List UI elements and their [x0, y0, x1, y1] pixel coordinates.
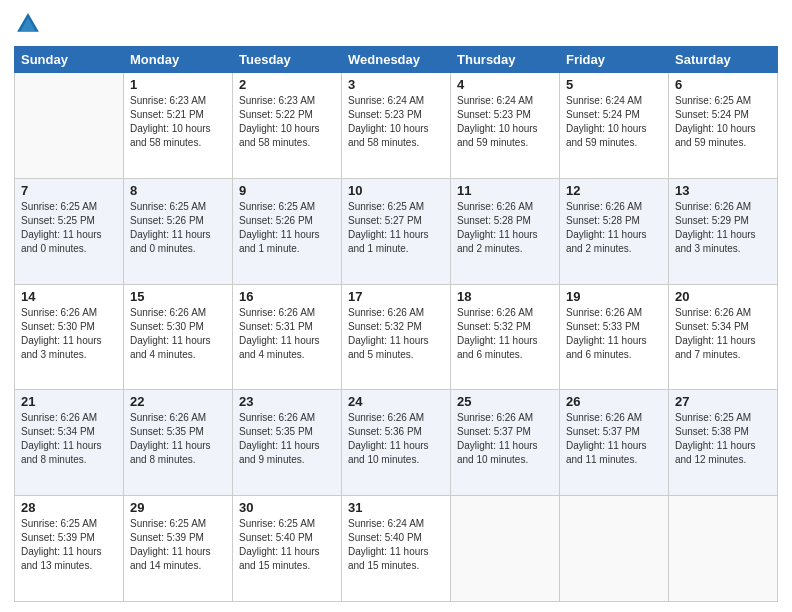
- day-info: Sunrise: 6:25 AM Sunset: 5:39 PM Dayligh…: [21, 517, 117, 573]
- day-info: Sunrise: 6:24 AM Sunset: 5:40 PM Dayligh…: [348, 517, 444, 573]
- day-number: 25: [457, 394, 553, 409]
- calendar-cell: [15, 73, 124, 179]
- calendar-header-row: SundayMondayTuesdayWednesdayThursdayFrid…: [15, 47, 778, 73]
- header-cell-wednesday: Wednesday: [342, 47, 451, 73]
- day-number: 30: [239, 500, 335, 515]
- day-number: 28: [21, 500, 117, 515]
- day-info: Sunrise: 6:26 AM Sunset: 5:35 PM Dayligh…: [239, 411, 335, 467]
- day-info: Sunrise: 6:26 AM Sunset: 5:28 PM Dayligh…: [566, 200, 662, 256]
- calendar-week-row: 1Sunrise: 6:23 AM Sunset: 5:21 PM Daylig…: [15, 73, 778, 179]
- calendar-cell: 9Sunrise: 6:25 AM Sunset: 5:26 PM Daylig…: [233, 178, 342, 284]
- calendar-cell: [451, 496, 560, 602]
- calendar-cell: 20Sunrise: 6:26 AM Sunset: 5:34 PM Dayli…: [669, 284, 778, 390]
- day-number: 23: [239, 394, 335, 409]
- day-info: Sunrise: 6:26 AM Sunset: 5:34 PM Dayligh…: [21, 411, 117, 467]
- calendar-cell: 23Sunrise: 6:26 AM Sunset: 5:35 PM Dayli…: [233, 390, 342, 496]
- calendar-cell: 16Sunrise: 6:26 AM Sunset: 5:31 PM Dayli…: [233, 284, 342, 390]
- calendar-cell: 14Sunrise: 6:26 AM Sunset: 5:30 PM Dayli…: [15, 284, 124, 390]
- calendar-cell: 6Sunrise: 6:25 AM Sunset: 5:24 PM Daylig…: [669, 73, 778, 179]
- day-info: Sunrise: 6:26 AM Sunset: 5:32 PM Dayligh…: [457, 306, 553, 362]
- calendar-cell: 30Sunrise: 6:25 AM Sunset: 5:40 PM Dayli…: [233, 496, 342, 602]
- day-number: 6: [675, 77, 771, 92]
- calendar-cell: 7Sunrise: 6:25 AM Sunset: 5:25 PM Daylig…: [15, 178, 124, 284]
- calendar-week-row: 14Sunrise: 6:26 AM Sunset: 5:30 PM Dayli…: [15, 284, 778, 390]
- calendar-cell: 27Sunrise: 6:25 AM Sunset: 5:38 PM Dayli…: [669, 390, 778, 496]
- day-info: Sunrise: 6:25 AM Sunset: 5:39 PM Dayligh…: [130, 517, 226, 573]
- day-number: 7: [21, 183, 117, 198]
- page: SundayMondayTuesdayWednesdayThursdayFrid…: [0, 0, 792, 612]
- calendar-cell: 10Sunrise: 6:25 AM Sunset: 5:27 PM Dayli…: [342, 178, 451, 284]
- day-number: 11: [457, 183, 553, 198]
- day-info: Sunrise: 6:23 AM Sunset: 5:22 PM Dayligh…: [239, 94, 335, 150]
- day-number: 18: [457, 289, 553, 304]
- calendar-cell: 28Sunrise: 6:25 AM Sunset: 5:39 PM Dayli…: [15, 496, 124, 602]
- day-number: 20: [675, 289, 771, 304]
- day-info: Sunrise: 6:25 AM Sunset: 5:24 PM Dayligh…: [675, 94, 771, 150]
- calendar-cell: 2Sunrise: 6:23 AM Sunset: 5:22 PM Daylig…: [233, 73, 342, 179]
- day-info: Sunrise: 6:25 AM Sunset: 5:27 PM Dayligh…: [348, 200, 444, 256]
- calendar-table: SundayMondayTuesdayWednesdayThursdayFrid…: [14, 46, 778, 602]
- logo: [14, 10, 46, 38]
- calendar-body: 1Sunrise: 6:23 AM Sunset: 5:21 PM Daylig…: [15, 73, 778, 602]
- header-cell-tuesday: Tuesday: [233, 47, 342, 73]
- calendar-cell: 19Sunrise: 6:26 AM Sunset: 5:33 PM Dayli…: [560, 284, 669, 390]
- day-info: Sunrise: 6:26 AM Sunset: 5:37 PM Dayligh…: [457, 411, 553, 467]
- header-cell-monday: Monday: [124, 47, 233, 73]
- day-info: Sunrise: 6:25 AM Sunset: 5:26 PM Dayligh…: [239, 200, 335, 256]
- calendar-cell: 5Sunrise: 6:24 AM Sunset: 5:24 PM Daylig…: [560, 73, 669, 179]
- day-number: 9: [239, 183, 335, 198]
- calendar-cell: 21Sunrise: 6:26 AM Sunset: 5:34 PM Dayli…: [15, 390, 124, 496]
- calendar-cell: 8Sunrise: 6:25 AM Sunset: 5:26 PM Daylig…: [124, 178, 233, 284]
- day-info: Sunrise: 6:24 AM Sunset: 5:23 PM Dayligh…: [457, 94, 553, 150]
- day-info: Sunrise: 6:26 AM Sunset: 5:37 PM Dayligh…: [566, 411, 662, 467]
- day-info: Sunrise: 6:24 AM Sunset: 5:23 PM Dayligh…: [348, 94, 444, 150]
- day-info: Sunrise: 6:26 AM Sunset: 5:34 PM Dayligh…: [675, 306, 771, 362]
- day-info: Sunrise: 6:26 AM Sunset: 5:30 PM Dayligh…: [21, 306, 117, 362]
- day-number: 1: [130, 77, 226, 92]
- day-number: 16: [239, 289, 335, 304]
- day-info: Sunrise: 6:25 AM Sunset: 5:38 PM Dayligh…: [675, 411, 771, 467]
- day-info: Sunrise: 6:26 AM Sunset: 5:31 PM Dayligh…: [239, 306, 335, 362]
- day-number: 12: [566, 183, 662, 198]
- day-info: Sunrise: 6:26 AM Sunset: 5:30 PM Dayligh…: [130, 306, 226, 362]
- calendar-cell: 18Sunrise: 6:26 AM Sunset: 5:32 PM Dayli…: [451, 284, 560, 390]
- day-number: 19: [566, 289, 662, 304]
- day-number: 15: [130, 289, 226, 304]
- header-cell-thursday: Thursday: [451, 47, 560, 73]
- calendar-cell: 11Sunrise: 6:26 AM Sunset: 5:28 PM Dayli…: [451, 178, 560, 284]
- calendar-week-row: 7Sunrise: 6:25 AM Sunset: 5:25 PM Daylig…: [15, 178, 778, 284]
- calendar-cell: 31Sunrise: 6:24 AM Sunset: 5:40 PM Dayli…: [342, 496, 451, 602]
- day-info: Sunrise: 6:26 AM Sunset: 5:35 PM Dayligh…: [130, 411, 226, 467]
- day-number: 13: [675, 183, 771, 198]
- calendar-cell: [560, 496, 669, 602]
- calendar-cell: 1Sunrise: 6:23 AM Sunset: 5:21 PM Daylig…: [124, 73, 233, 179]
- calendar-cell: 13Sunrise: 6:26 AM Sunset: 5:29 PM Dayli…: [669, 178, 778, 284]
- calendar-cell: 17Sunrise: 6:26 AM Sunset: 5:32 PM Dayli…: [342, 284, 451, 390]
- calendar-cell: 15Sunrise: 6:26 AM Sunset: 5:30 PM Dayli…: [124, 284, 233, 390]
- day-info: Sunrise: 6:25 AM Sunset: 5:40 PM Dayligh…: [239, 517, 335, 573]
- day-info: Sunrise: 6:26 AM Sunset: 5:28 PM Dayligh…: [457, 200, 553, 256]
- day-number: 10: [348, 183, 444, 198]
- day-number: 24: [348, 394, 444, 409]
- calendar-cell: 4Sunrise: 6:24 AM Sunset: 5:23 PM Daylig…: [451, 73, 560, 179]
- day-info: Sunrise: 6:25 AM Sunset: 5:25 PM Dayligh…: [21, 200, 117, 256]
- day-info: Sunrise: 6:26 AM Sunset: 5:29 PM Dayligh…: [675, 200, 771, 256]
- calendar-cell: 12Sunrise: 6:26 AM Sunset: 5:28 PM Dayli…: [560, 178, 669, 284]
- header-cell-sunday: Sunday: [15, 47, 124, 73]
- calendar-cell: 3Sunrise: 6:24 AM Sunset: 5:23 PM Daylig…: [342, 73, 451, 179]
- day-number: 21: [21, 394, 117, 409]
- calendar-cell: 24Sunrise: 6:26 AM Sunset: 5:36 PM Dayli…: [342, 390, 451, 496]
- day-number: 3: [348, 77, 444, 92]
- day-number: 22: [130, 394, 226, 409]
- calendar-week-row: 21Sunrise: 6:26 AM Sunset: 5:34 PM Dayli…: [15, 390, 778, 496]
- day-info: Sunrise: 6:26 AM Sunset: 5:36 PM Dayligh…: [348, 411, 444, 467]
- day-info: Sunrise: 6:26 AM Sunset: 5:32 PM Dayligh…: [348, 306, 444, 362]
- calendar-week-row: 28Sunrise: 6:25 AM Sunset: 5:39 PM Dayli…: [15, 496, 778, 602]
- day-number: 5: [566, 77, 662, 92]
- day-info: Sunrise: 6:26 AM Sunset: 5:33 PM Dayligh…: [566, 306, 662, 362]
- day-info: Sunrise: 6:23 AM Sunset: 5:21 PM Dayligh…: [130, 94, 226, 150]
- calendar-cell: 22Sunrise: 6:26 AM Sunset: 5:35 PM Dayli…: [124, 390, 233, 496]
- day-number: 31: [348, 500, 444, 515]
- header-cell-friday: Friday: [560, 47, 669, 73]
- day-number: 17: [348, 289, 444, 304]
